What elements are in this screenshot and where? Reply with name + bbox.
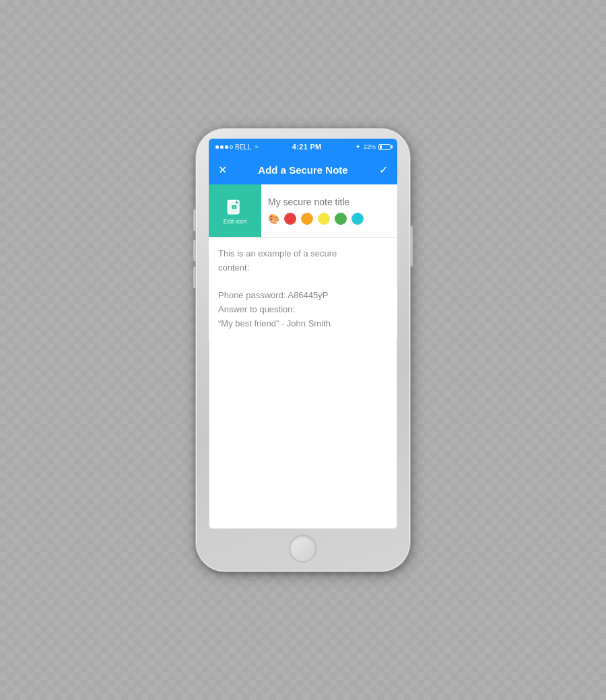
content-line2: content:	[218, 262, 249, 273]
bluetooth-icon: ✦	[356, 143, 361, 150]
signal-dot-2	[220, 145, 224, 149]
content-line4: Phone password: A86445yP	[218, 290, 328, 300]
status-left: BELL ≈	[215, 143, 258, 151]
battery-icon	[378, 144, 391, 150]
status-bar: BELL ≈ 4:21 PM ✦ 22%	[209, 139, 397, 155]
signal-dot-1	[215, 145, 219, 149]
battery-fill	[380, 145, 382, 149]
nav-title: Add a Secure Note	[258, 164, 347, 176]
title-color-section: 🎨	[261, 184, 397, 237]
content-line6: “My best friend” - John Smith	[218, 318, 331, 328]
battery-percent: 22%	[364, 143, 376, 150]
color-orange[interactable]	[301, 213, 313, 225]
color-yellow[interactable]	[318, 213, 330, 225]
home-button-area	[289, 534, 317, 563]
wifi-icon: ≈	[255, 143, 258, 150]
lock-icon	[226, 197, 244, 216]
battery-body	[378, 144, 391, 150]
signal-dot-3	[225, 145, 228, 149]
phone-screen: BELL ≈ 4:21 PM ✦ 22% ✕ Add a Secure Note…	[209, 139, 397, 529]
content-line1: This is an example of a secure	[218, 248, 337, 258]
icon-block[interactable]: Edit icon	[209, 184, 261, 237]
signal-dot-4	[230, 145, 233, 149]
top-section: Edit icon 🎨	[209, 184, 397, 238]
edit-icon-label: Edit icon	[224, 218, 247, 225]
close-button[interactable]: ✕	[218, 164, 227, 176]
palette-icon[interactable]: 🎨	[268, 213, 279, 224]
confirm-button[interactable]: ✓	[379, 164, 388, 176]
nav-bar: ✕ Add a Secure Note ✓	[209, 155, 397, 184]
phone-device: BELL ≈ 4:21 PM ✦ 22% ✕ Add a Secure Note…	[195, 128, 411, 572]
svg-point-4	[234, 206, 235, 207]
note-title-input[interactable]	[268, 197, 391, 207]
content-area[interactable]: This is an example of a secure content: …	[209, 238, 397, 341]
color-row: 🎨	[268, 213, 391, 225]
time-display: 4:21 PM	[292, 143, 322, 151]
signal-dots	[215, 145, 233, 149]
color-red[interactable]	[284, 213, 296, 225]
home-button[interactable]	[289, 534, 317, 563]
content-line5: Answer to question:	[218, 304, 295, 314]
content-text: This is an example of a secure content: …	[218, 247, 388, 331]
status-right: ✦ 22%	[356, 143, 391, 150]
color-teal[interactable]	[351, 213, 364, 225]
carrier-label: BELL	[235, 143, 251, 151]
color-green[interactable]	[335, 213, 347, 225]
